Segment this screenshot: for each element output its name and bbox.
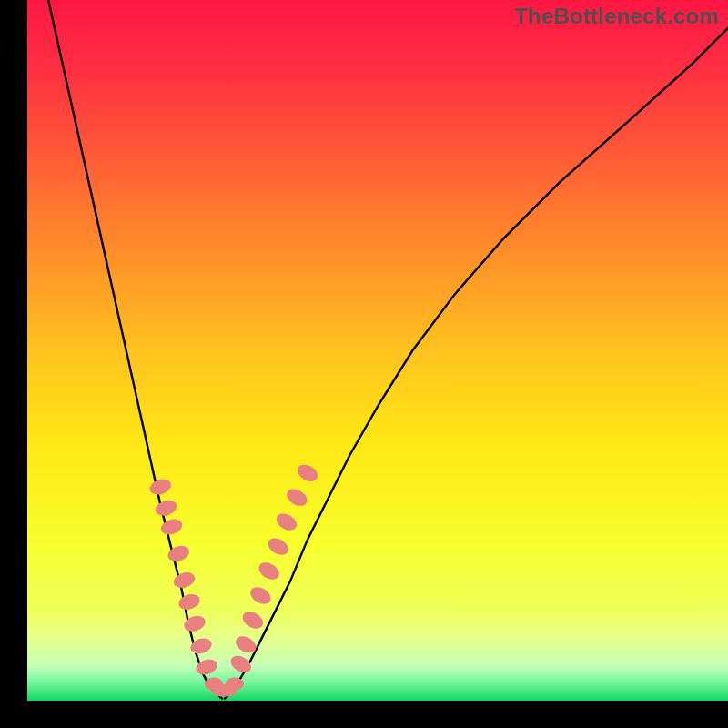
bead-marker (182, 613, 207, 634)
bead-marker (154, 498, 179, 519)
bead-marker (228, 652, 254, 676)
bead-marker (147, 477, 173, 498)
bead-marker (240, 609, 267, 632)
bead-marker (295, 461, 321, 485)
plot-area: TheBottleneck.com (27, 0, 728, 701)
right-branch-line (225, 28, 728, 699)
bead-marker (226, 678, 244, 691)
bead-marker (177, 592, 202, 612)
bead-marker (256, 560, 282, 583)
bead-marker (284, 486, 310, 510)
bead-marker (248, 584, 274, 608)
left-branch-line (48, 0, 222, 699)
bead-marker (172, 570, 197, 591)
bead-marker (274, 511, 300, 534)
bead-group (147, 461, 320, 697)
chart-frame: TheBottleneck.com (27, 0, 728, 701)
curves-layer (27, 0, 728, 701)
bead-marker (265, 535, 291, 559)
bead-marker (159, 517, 185, 538)
